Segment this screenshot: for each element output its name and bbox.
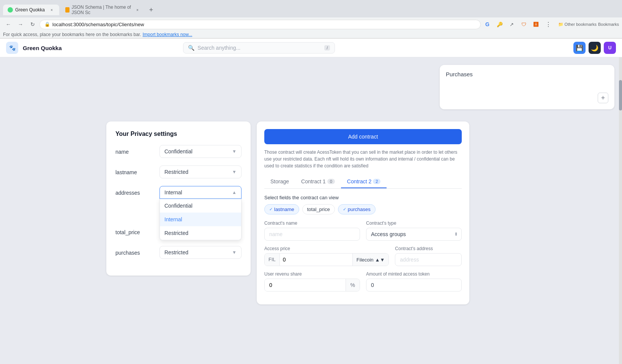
search-shortcut: /	[324, 45, 330, 50]
purchases-card: Purchases +	[440, 65, 614, 109]
name-select-trigger[interactable]: Confidential ▼	[159, 145, 242, 158]
field-label-addresses: addresses	[115, 186, 153, 196]
dropdown-restricted[interactable]: Restricted	[160, 226, 241, 240]
back-button[interactable]: ←	[3, 19, 14, 30]
save-icon-btn[interactable]: 💾	[573, 42, 586, 54]
address-bar-row: ← → ↻ 🔒 localhost:3000/schemas/topic/Cli…	[0, 17, 622, 31]
tab-green-quokka[interactable]: Green Quokka ×	[3, 5, 59, 15]
tab-contract2[interactable]: Contract 2 2	[341, 175, 387, 188]
tab-close-2[interactable]: ×	[135, 7, 140, 13]
tab-title-2: JSON Schema | The home of JSON Sc	[72, 5, 131, 15]
new-tab-button[interactable]: +	[146, 5, 156, 15]
minted-token-input[interactable]	[366, 279, 462, 292]
privacy-settings-title: Your Privacy settings	[115, 131, 242, 137]
field-select-purchases: Restricted ▼	[159, 246, 242, 259]
purchases-select-trigger[interactable]: Restricted ▼	[159, 246, 242, 259]
app-title: Green Quokka	[23, 45, 62, 51]
chip-label-lastname: lastname	[274, 206, 294, 212]
main-content: Purchases + Your Privacy settings name C…	[0, 57, 622, 364]
chip-total-price[interactable]: total_price	[302, 204, 335, 214]
tab-contract2-label: Contract 2	[347, 178, 372, 184]
currency-chevron-icon: ▲▼	[375, 257, 385, 263]
lastname-select-trigger[interactable]: Restricted ▼	[159, 165, 242, 178]
purchases-add-button[interactable]: +	[598, 93, 608, 103]
percent-symbol: %	[346, 279, 360, 291]
theme-toggle-btn[interactable]: 🌙	[589, 42, 601, 54]
form-row-name-type: Contract's name Contract's type Access g…	[264, 221, 462, 241]
form-row-price-address: Access price FIL Filecoin ▲▼ Contract's …	[264, 246, 462, 266]
tab-close-1[interactable]: ×	[49, 7, 55, 13]
minted-token-label: Amount of minted access token	[366, 271, 462, 277]
dropdown-internal[interactable]: Internal	[160, 213, 241, 226]
contract-address-label: Contract's address	[395, 246, 462, 251]
access-price-label: Access price	[264, 246, 389, 251]
reload-button[interactable]: ↻	[27, 19, 38, 30]
lastname-chevron-icon: ▼	[232, 169, 237, 175]
name-select-value: Confidential	[164, 148, 193, 154]
user-avatar[interactable]: U	[604, 42, 616, 54]
percent-group: %	[264, 279, 360, 292]
form-col-revenue: User revenu share %	[264, 271, 360, 292]
contract-description: Those contract will create AcessToken th…	[264, 149, 462, 169]
tab-favicon-json	[65, 7, 69, 13]
field-label-lastname: lastname	[115, 165, 153, 175]
field-select-name: Confidential ▼	[159, 145, 242, 158]
field-select-lastname: Restricted ▼	[159, 165, 242, 178]
contract-type-select[interactable]: Access groups Public Private	[366, 228, 462, 241]
contract-type-select-wrapper: Access groups Public Private	[366, 228, 462, 241]
chip-purchases[interactable]: ✓ purchases	[338, 204, 376, 214]
addresses-chevron-icon: ▲	[232, 190, 237, 195]
tab-json-schema[interactable]: JSON Schema | The home of JSON Sc ×	[61, 2, 144, 17]
key-icon[interactable]: 🔑	[494, 19, 505, 30]
logo-letter: 🐾	[9, 45, 16, 51]
dropdown-confidential[interactable]: Confidential	[160, 199, 241, 213]
field-select-addresses: Internal ▲ Confidential Internal Restric…	[159, 186, 242, 199]
search-bar[interactable]: 🔍 Search anything... /	[183, 42, 335, 54]
contract-panel: Add contract Those contract will create …	[257, 121, 469, 304]
select-fields-label: Select fields the contract can view	[264, 195, 462, 200]
purchases-select-value: Restricted	[164, 249, 188, 255]
app-header: 🐾 Green Quokka 🔍 Search anything... / 💾 …	[0, 39, 622, 57]
add-contract-button[interactable]: Add contract	[264, 129, 462, 144]
price-input-group: FIL Filecoin ▲▼	[264, 253, 389, 266]
form-col-access-price: Access price FIL Filecoin ▲▼	[264, 246, 389, 266]
other-bookmarks-label: Other bookmarks	[565, 22, 597, 27]
addresses-select-value: Internal	[164, 189, 182, 195]
purchases-chevron-icon: ▼	[232, 250, 237, 255]
shield-icon[interactable]: 🛡	[519, 19, 529, 30]
field-row-lastname: lastname Restricted ▼	[115, 165, 242, 178]
field-row-purchases: purchases Restricted ▼	[115, 246, 242, 259]
contract-name-input[interactable]	[264, 228, 360, 241]
tab-storage[interactable]: Storage	[264, 175, 295, 188]
form-col-contract-name: Contract's name	[264, 221, 360, 241]
contract-address-input[interactable]	[395, 253, 462, 266]
tab-contract1-label: Contract 1	[301, 178, 326, 184]
search-placeholder: Search anything...	[197, 45, 240, 51]
forward-button[interactable]: →	[15, 19, 26, 30]
chip-check-purchases: ✓	[343, 207, 346, 212]
scrollbar-thumb[interactable]	[619, 80, 622, 110]
menu-icon[interactable]: ⋮	[543, 19, 554, 30]
revenue-label: User revenu share	[264, 271, 360, 277]
name-chevron-icon: ▼	[232, 149, 237, 154]
share-icon[interactable]: ↗	[507, 19, 517, 30]
contract-name-label: Contract's name	[264, 221, 360, 226]
price-value-input[interactable]	[280, 254, 352, 266]
form-col-contract-type: Contract's type Access groups Public Pri…	[366, 221, 462, 241]
extension-icon[interactable]: 🅰	[531, 19, 541, 30]
google-icon[interactable]: G	[482, 19, 493, 30]
address-bar[interactable]: 🔒 localhost:3000/schemas/topic/Clients/n…	[39, 20, 481, 29]
addresses-select-trigger[interactable]: Internal ▲	[159, 186, 242, 199]
form-col-minted: Amount of minted access token	[366, 271, 462, 292]
center-area: Purchases + Your Privacy settings name C…	[99, 57, 622, 364]
browser-chrome: Green Quokka × JSON Schema | The home of…	[0, 0, 622, 39]
price-currency-selector[interactable]: Filecoin ▲▼	[352, 254, 389, 266]
browser-actions: G 🔑 ↗ 🛡 🅰 ⋮	[482, 19, 554, 30]
lock-icon: 🔒	[44, 22, 50, 27]
search-icon: 🔍	[188, 45, 194, 51]
import-bookmarks-link[interactable]: Import bookmarks now...	[143, 32, 193, 37]
chip-lastname[interactable]: ✓ lastname	[264, 204, 299, 214]
tab-contract1[interactable]: Contract 1 0	[295, 175, 341, 188]
revenue-input[interactable]	[265, 279, 346, 291]
left-panel	[0, 57, 99, 364]
